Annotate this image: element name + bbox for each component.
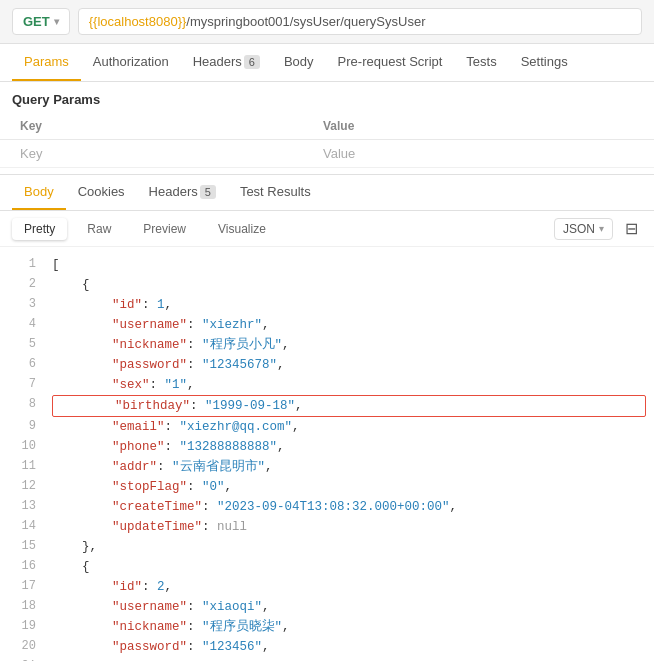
query-params-label: Query Params [0, 82, 654, 113]
line-number: 3 [8, 295, 36, 314]
format-chevron-icon: ▾ [599, 223, 604, 234]
bottom-tab-headers[interactable]: Headers5 [137, 175, 228, 210]
code-line: 9 "email": "xiezhr@qq.com", [0, 417, 654, 437]
code-line: 7 "sex": "1", [0, 375, 654, 395]
line-number: 2 [8, 275, 36, 294]
code-line: 15 }, [0, 537, 654, 557]
bottom-tab-test-results[interactable]: Test Results [228, 175, 323, 210]
code-line: 18 "username": "xiaoqi", [0, 597, 654, 617]
response-btn-pretty[interactable]: Pretty [12, 218, 67, 240]
line-content: "sex": "1", [52, 375, 646, 395]
value-cell[interactable]: Value [303, 140, 654, 168]
response-btn-visualize[interactable]: Visualize [206, 218, 278, 240]
line-content: "createTime": "2023-09-04T13:08:32.000+0… [52, 497, 646, 517]
line-content: "sex": "1", [52, 657, 646, 661]
code-line: 11 "addr": "云南省昆明市", [0, 457, 654, 477]
url-suffix: /myspringboot001/sysUser/querySysUser [186, 14, 425, 29]
method-selector[interactable]: GET ▾ [12, 8, 70, 35]
line-content: "password": "123456", [52, 637, 646, 657]
method-label: GET [23, 14, 50, 29]
line-content: "username": "xiaoqi", [52, 597, 646, 617]
code-line: 1[ [0, 255, 654, 275]
line-number: 13 [8, 497, 36, 516]
code-line: 2 { [0, 275, 654, 295]
top-tab-body[interactable]: Body [272, 44, 326, 81]
key-cell[interactable]: Key [0, 140, 303, 168]
line-content: "email": "xiezhr@qq.com", [52, 417, 646, 437]
top-tab-tests[interactable]: Tests [454, 44, 508, 81]
line-content: "updateTime": null [52, 517, 646, 537]
line-content: { [52, 275, 646, 295]
top-tab-authorization[interactable]: Authorization [81, 44, 181, 81]
bottom-tab-cookies[interactable]: Cookies [66, 175, 137, 210]
top-tab-settings[interactable]: Settings [509, 44, 580, 81]
line-number: 12 [8, 477, 36, 496]
params-row: Key Value [0, 140, 654, 168]
line-content: [ [52, 255, 646, 275]
key-column-header: Key [0, 113, 303, 140]
line-number: 16 [8, 557, 36, 576]
bottom-tab-badge: 5 [200, 185, 216, 199]
line-number: 14 [8, 517, 36, 536]
code-line: 16 { [0, 557, 654, 577]
url-prefix: {{localhost8080}} [89, 14, 187, 29]
line-number: 20 [8, 637, 36, 656]
code-line: 4 "username": "xiezhr", [0, 315, 654, 335]
params-table: Key Value Key Value [0, 113, 654, 168]
line-content: }, [52, 537, 646, 557]
url-bar: GET ▾ {{localhost8080}}/myspringboot001/… [0, 0, 654, 44]
line-number: 8 [8, 395, 36, 414]
bottom-tabs: BodyCookiesHeaders5Test Results [0, 174, 654, 211]
line-number: 19 [8, 617, 36, 636]
line-number: 5 [8, 335, 36, 354]
code-line: 20 "password": "123456", [0, 637, 654, 657]
code-line: 3 "id": 1, [0, 295, 654, 315]
line-number: 7 [8, 375, 36, 394]
line-number: 18 [8, 597, 36, 616]
code-line: 12 "stopFlag": "0", [0, 477, 654, 497]
code-area: 1[2 {3 "id": 1,4 "username": "xiezhr",5 … [0, 247, 654, 661]
line-number: 6 [8, 355, 36, 374]
code-line: 6 "password": "12345678", [0, 355, 654, 375]
response-btn-raw[interactable]: Raw [75, 218, 123, 240]
tab-badge: 6 [244, 55, 260, 69]
line-content: "birthday": "1999-09-18", [52, 395, 646, 417]
code-line: 8 "birthday": "1999-09-18", [0, 395, 654, 417]
line-number: 15 [8, 537, 36, 556]
method-chevron-icon: ▾ [54, 16, 59, 27]
code-line: 14 "updateTime": null [0, 517, 654, 537]
code-line: 17 "id": 2, [0, 577, 654, 597]
code-line: 13 "createTime": "2023-09-04T13:08:32.00… [0, 497, 654, 517]
line-number: 21 [8, 657, 36, 661]
response-btn-preview[interactable]: Preview [131, 218, 198, 240]
line-content: "username": "xiezhr", [52, 315, 646, 335]
format-selector[interactable]: JSON ▾ [554, 218, 613, 240]
code-line: 10 "phone": "13288888888", [0, 437, 654, 457]
line-content: "nickname": "程序员晓柒", [52, 617, 646, 637]
url-input[interactable]: {{localhost8080}}/myspringboot001/sysUse… [78, 8, 642, 35]
line-number: 10 [8, 437, 36, 456]
top-tab-params[interactable]: Params [12, 44, 81, 81]
response-toolbar: PrettyRawPreviewVisualizeJSON ▾⊟ [0, 211, 654, 247]
line-content: "id": 2, [52, 577, 646, 597]
top-tab-headers[interactable]: Headers6 [181, 44, 272, 81]
code-line: 21 "sex": "1", [0, 657, 654, 661]
line-content: "stopFlag": "0", [52, 477, 646, 497]
code-line: 19 "nickname": "程序员晓柒", [0, 617, 654, 637]
top-tab-pre-request-script[interactable]: Pre-request Script [326, 44, 455, 81]
line-number: 1 [8, 255, 36, 274]
line-number: 9 [8, 417, 36, 436]
value-column-header: Value [303, 113, 654, 140]
line-content: { [52, 557, 646, 577]
line-content: "addr": "云南省昆明市", [52, 457, 646, 477]
line-content: "password": "12345678", [52, 355, 646, 375]
line-number: 17 [8, 577, 36, 596]
line-content: "phone": "13288888888", [52, 437, 646, 457]
line-content: "id": 1, [52, 295, 646, 315]
code-line: 5 "nickname": "程序员小凡", [0, 335, 654, 355]
line-number: 11 [8, 457, 36, 476]
format-label: JSON [563, 222, 595, 236]
filter-icon[interactable]: ⊟ [621, 217, 642, 240]
bottom-tab-body[interactable]: Body [12, 175, 66, 210]
top-tabs: ParamsAuthorizationHeaders6BodyPre-reque… [0, 44, 654, 82]
